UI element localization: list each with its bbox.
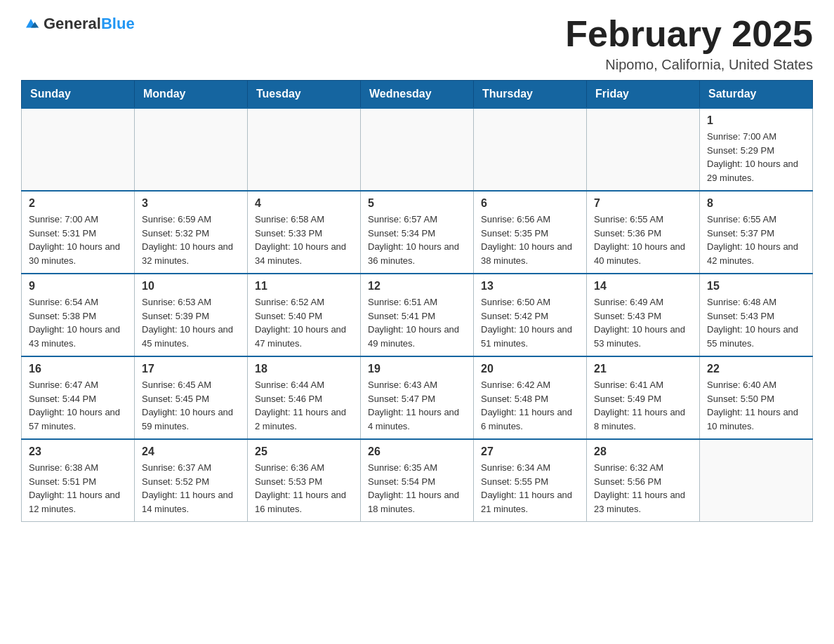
calendar-week-row: 2Sunrise: 7:00 AMSunset: 5:31 PMDaylight… [22, 191, 813, 274]
day-info: Sunrise: 6:34 AMSunset: 5:55 PMDaylight:… [481, 461, 579, 516]
weekday-header-row: Sunday Monday Tuesday Wednesday Thursday… [22, 81, 813, 109]
calendar-day-cell: 26Sunrise: 6:35 AMSunset: 5:54 PMDayligh… [361, 439, 474, 522]
day-number: 6 [481, 197, 579, 210]
day-number: 2 [29, 197, 127, 210]
header-thursday: Thursday [474, 81, 587, 109]
calendar-header: Sunday Monday Tuesday Wednesday Thursday… [22, 81, 813, 109]
day-info: Sunrise: 6:32 AMSunset: 5:56 PMDaylight:… [594, 461, 692, 516]
calendar-week-row: 1Sunrise: 7:00 AMSunset: 5:29 PMDaylight… [22, 108, 813, 191]
calendar-week-row: 9Sunrise: 6:54 AMSunset: 5:38 PMDaylight… [22, 274, 813, 356]
day-info: Sunrise: 6:53 AMSunset: 5:39 PMDaylight:… [142, 295, 240, 350]
calendar-day-cell: 8Sunrise: 6:55 AMSunset: 5:37 PMDaylight… [700, 191, 813, 274]
day-number: 20 [481, 363, 579, 375]
header-friday: Friday [587, 81, 700, 109]
calendar-subtitle: Nipomo, California, United States [565, 57, 813, 73]
calendar-day-cell: 5Sunrise: 6:57 AMSunset: 5:34 PMDaylight… [361, 191, 474, 274]
day-info: Sunrise: 6:45 AMSunset: 5:45 PMDaylight:… [142, 378, 240, 433]
header-saturday: Saturday [700, 81, 813, 109]
calendar-day-cell: 27Sunrise: 6:34 AMSunset: 5:55 PMDayligh… [474, 439, 587, 522]
calendar-day-cell: 22Sunrise: 6:40 AMSunset: 5:50 PMDayligh… [700, 356, 813, 439]
day-number: 18 [255, 363, 353, 375]
calendar-day-cell: 6Sunrise: 6:56 AMSunset: 5:35 PMDaylight… [474, 191, 587, 274]
calendar-day-cell: 12Sunrise: 6:51 AMSunset: 5:41 PMDayligh… [361, 274, 474, 356]
calendar-day-cell: 9Sunrise: 6:54 AMSunset: 5:38 PMDaylight… [22, 274, 135, 356]
calendar-week-row: 16Sunrise: 6:47 AMSunset: 5:44 PMDayligh… [22, 356, 813, 439]
calendar-body: 1Sunrise: 7:00 AMSunset: 5:29 PMDaylight… [22, 108, 813, 522]
logo: GeneralBlue [21, 14, 135, 34]
day-info: Sunrise: 6:57 AMSunset: 5:34 PMDaylight:… [368, 213, 466, 267]
calendar-day-cell: 28Sunrise: 6:32 AMSunset: 5:56 PMDayligh… [587, 439, 700, 522]
day-info: Sunrise: 6:47 AMSunset: 5:44 PMDaylight:… [29, 378, 127, 433]
logo-icon [21, 14, 41, 34]
calendar-day-cell: 14Sunrise: 6:49 AMSunset: 5:43 PMDayligh… [587, 274, 700, 356]
calendar-day-cell: 21Sunrise: 6:41 AMSunset: 5:49 PMDayligh… [587, 356, 700, 439]
day-number: 25 [255, 445, 353, 458]
day-number: 10 [142, 280, 240, 293]
day-info: Sunrise: 6:49 AMSunset: 5:43 PMDaylight:… [594, 295, 692, 350]
day-info: Sunrise: 6:48 AMSunset: 5:43 PMDaylight:… [707, 295, 805, 350]
calendar-day-cell: 11Sunrise: 6:52 AMSunset: 5:40 PMDayligh… [248, 274, 361, 356]
logo-general: General [44, 15, 101, 32]
day-number: 22 [707, 363, 805, 375]
day-info: Sunrise: 6:59 AMSunset: 5:32 PMDaylight:… [142, 213, 240, 267]
day-number: 16 [29, 363, 127, 375]
calendar-day-cell [700, 439, 813, 522]
day-info: Sunrise: 6:58 AMSunset: 5:33 PMDaylight:… [255, 213, 353, 267]
day-info: Sunrise: 6:51 AMSunset: 5:41 PMDaylight:… [368, 295, 466, 350]
calendar-day-cell [22, 108, 135, 191]
calendar-day-cell: 20Sunrise: 6:42 AMSunset: 5:48 PMDayligh… [474, 356, 587, 439]
calendar-day-cell: 17Sunrise: 6:45 AMSunset: 5:45 PMDayligh… [135, 356, 248, 439]
calendar-day-cell [587, 108, 700, 191]
day-number: 9 [29, 280, 127, 293]
day-info: Sunrise: 6:41 AMSunset: 5:49 PMDaylight:… [594, 378, 692, 433]
day-info: Sunrise: 6:36 AMSunset: 5:53 PMDaylight:… [255, 461, 353, 516]
day-info: Sunrise: 6:40 AMSunset: 5:50 PMDaylight:… [707, 378, 805, 433]
day-number: 4 [255, 197, 353, 210]
day-number: 5 [368, 197, 466, 210]
calendar-day-cell: 4Sunrise: 6:58 AMSunset: 5:33 PMDaylight… [248, 191, 361, 274]
day-number: 23 [29, 445, 127, 458]
day-number: 11 [255, 280, 353, 293]
calendar-day-cell [361, 108, 474, 191]
calendar-week-row: 23Sunrise: 6:38 AMSunset: 5:51 PMDayligh… [22, 439, 813, 522]
day-info: Sunrise: 6:54 AMSunset: 5:38 PMDaylight:… [29, 295, 127, 350]
day-info: Sunrise: 6:56 AMSunset: 5:35 PMDaylight:… [481, 213, 579, 267]
calendar-day-cell: 16Sunrise: 6:47 AMSunset: 5:44 PMDayligh… [22, 356, 135, 439]
logo-blue: Blue [101, 15, 135, 32]
day-number: 12 [368, 280, 466, 293]
header-monday: Monday [135, 81, 248, 109]
calendar-day-cell: 10Sunrise: 6:53 AMSunset: 5:39 PMDayligh… [135, 274, 248, 356]
day-number: 8 [707, 197, 805, 210]
day-info: Sunrise: 7:00 AMSunset: 5:29 PMDaylight:… [707, 130, 805, 185]
day-number: 14 [594, 280, 692, 293]
calendar-day-cell: 23Sunrise: 6:38 AMSunset: 5:51 PMDayligh… [22, 439, 135, 522]
day-info: Sunrise: 6:50 AMSunset: 5:42 PMDaylight:… [481, 295, 579, 350]
day-number: 17 [142, 363, 240, 375]
calendar-day-cell: 24Sunrise: 6:37 AMSunset: 5:52 PMDayligh… [135, 439, 248, 522]
day-number: 19 [368, 363, 466, 375]
day-info: Sunrise: 6:55 AMSunset: 5:36 PMDaylight:… [594, 213, 692, 267]
calendar-day-cell: 13Sunrise: 6:50 AMSunset: 5:42 PMDayligh… [474, 274, 587, 356]
day-number: 24 [142, 445, 240, 458]
day-info: Sunrise: 6:35 AMSunset: 5:54 PMDaylight:… [368, 461, 466, 516]
header-wednesday: Wednesday [361, 81, 474, 109]
calendar-day-cell [248, 108, 361, 191]
calendar-day-cell: 15Sunrise: 6:48 AMSunset: 5:43 PMDayligh… [700, 274, 813, 356]
calendar-day-cell: 7Sunrise: 6:55 AMSunset: 5:36 PMDaylight… [587, 191, 700, 274]
header-tuesday: Tuesday [248, 81, 361, 109]
day-info: Sunrise: 6:38 AMSunset: 5:51 PMDaylight:… [29, 461, 127, 516]
calendar-day-cell [474, 108, 587, 191]
calendar-title: February 2025 [565, 14, 813, 54]
header: GeneralBlue February 2025 Nipomo, Califo… [21, 14, 813, 73]
title-block: February 2025 Nipomo, California, United… [565, 14, 813, 73]
day-number: 26 [368, 445, 466, 458]
day-info: Sunrise: 6:42 AMSunset: 5:48 PMDaylight:… [481, 378, 579, 433]
calendar-day-cell: 1Sunrise: 7:00 AMSunset: 5:29 PMDaylight… [700, 108, 813, 191]
calendar-day-cell: 2Sunrise: 7:00 AMSunset: 5:31 PMDaylight… [22, 191, 135, 274]
day-number: 7 [594, 197, 692, 210]
day-info: Sunrise: 6:43 AMSunset: 5:47 PMDaylight:… [368, 378, 466, 433]
calendar-day-cell: 18Sunrise: 6:44 AMSunset: 5:46 PMDayligh… [248, 356, 361, 439]
header-sunday: Sunday [22, 81, 135, 109]
calendar-day-cell [135, 108, 248, 191]
day-number: 27 [481, 445, 579, 458]
